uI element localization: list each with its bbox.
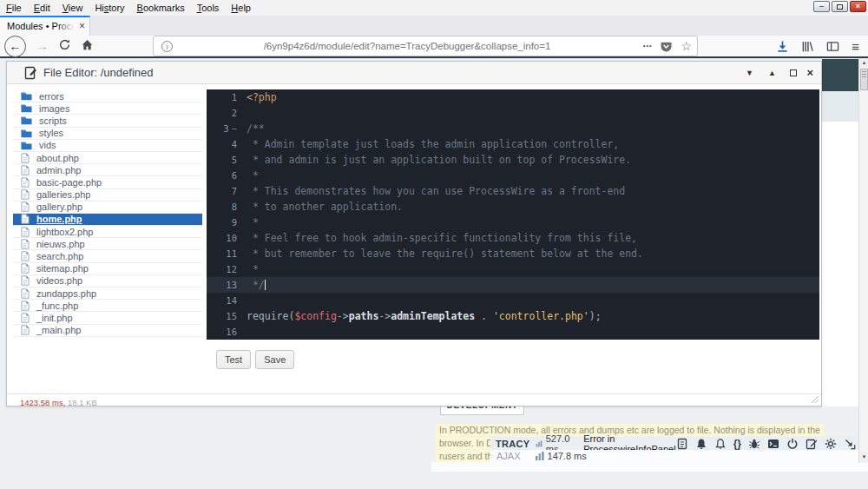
file-editor-header[interactable]: File Editor: /undefined ▼ ▲ ×: [7, 62, 821, 84]
editor-line-16[interactable]: 16: [207, 324, 819, 340]
menu-file[interactable]: File: [0, 0, 28, 16]
editor-line-1[interactable]: 1<?php: [207, 89, 819, 105]
tree-item-galleries.php[interactable]: galleries.php: [13, 189, 202, 202]
menu-bookmarks[interactable]: Bookmarks: [131, 0, 191, 16]
tree-item-vids[interactable]: vids: [13, 140, 202, 152]
collapse-corner-icon[interactable]: [844, 438, 856, 450]
url-bar[interactable]: i /6yn9p4z6d/module/edit?name=TracyDebug…: [153, 36, 698, 56]
tree-item-_main.php[interactable]: _main.php: [13, 325, 202, 337]
tree-item-about.php[interactable]: about.php: [13, 152, 202, 164]
page-actions-icon[interactable]: •••: [643, 42, 652, 50]
window-controls: – ×: [813, 1, 866, 12]
page-info-icon[interactable]: i: [161, 41, 173, 52]
file-icon: [21, 288, 30, 299]
tree-item-videos.php[interactable]: videos.php: [13, 275, 202, 287]
close-panel-icon[interactable]: ×: [806, 62, 813, 84]
tree-item-_func.php[interactable]: _func.php: [13, 300, 202, 312]
tree-item-search.php[interactable]: search.php: [13, 250, 202, 262]
tree-item-basic-page.php[interactable]: basic-page.php: [13, 176, 202, 188]
tree-item-label: styles: [39, 128, 63, 138]
tree-item-scripts[interactable]: scripts: [13, 115, 202, 127]
line-number: 12: [207, 261, 241, 277]
editor-line-11[interactable]: 11 * but remember to leave the require()…: [207, 246, 819, 261]
menu-edit[interactable]: Edit: [28, 0, 56, 16]
forward-button[interactable]: →: [36, 36, 49, 56]
code-text: *: [241, 215, 259, 230]
dumps-doc-icon[interactable]: [676, 438, 688, 450]
chevron-up-icon[interactable]: ▲: [768, 62, 776, 84]
pocket-icon[interactable]: [660, 40, 673, 53]
menu-tools[interactable]: Tools: [191, 0, 226, 16]
resize-grip[interactable]: [811, 395, 819, 404]
maximize-panel-icon[interactable]: [790, 69, 797, 76]
tree-item-label: _func.php: [36, 301, 78, 311]
maximize-button[interactable]: [832, 1, 848, 12]
tree-item-sitemap.php[interactable]: sitemap.php: [13, 263, 202, 275]
menu-history[interactable]: History: [89, 0, 130, 16]
tree-item-_init.php[interactable]: _init.php: [13, 312, 202, 324]
browser-scrollbar[interactable]: ▲ ▼: [858, 58, 868, 463]
menu-icon[interactable]: ≡: [852, 39, 859, 54]
tracy-ajax-bar: AJAX 147.8 ms: [490, 450, 868, 462]
ajax-time[interactable]: 147.8 ms: [548, 451, 587, 461]
code-text: * This demonstrates how you can use Proc…: [241, 183, 625, 199]
tab-close-icon[interactable]: ×: [79, 20, 85, 33]
library-icon[interactable]: [801, 40, 814, 53]
bell-outline-icon[interactable]: [714, 438, 727, 450]
tree-item-zundapps.php[interactable]: zundapps.php: [13, 287, 202, 300]
test-button[interactable]: Test: [216, 350, 251, 369]
settings-gear-icon[interactable]: [825, 438, 837, 450]
line-number: 6: [207, 168, 241, 183]
editor-line-4[interactable]: 4 * Admin template just loads the admin …: [207, 136, 819, 152]
tree-item-home.php[interactable]: home.php: [13, 214, 202, 226]
tree-item-label: vids: [39, 140, 56, 150]
url-text[interactable]: /6yn9p4z6d/module/edit?name=TracyDebugge…: [180, 41, 635, 51]
edit-file-icon[interactable]: [806, 438, 818, 450]
ajax-label[interactable]: AJAX: [496, 451, 521, 461]
chevron-down-icon[interactable]: ▼: [746, 62, 753, 84]
reload-button[interactable]: [58, 38, 71, 55]
scroll-up-icon[interactable]: ▲: [859, 58, 868, 68]
power-icon[interactable]: [786, 438, 799, 450]
editor-line-6[interactable]: 6 *: [207, 168, 819, 183]
bell-filled-icon[interactable]: [695, 438, 707, 450]
editor-line-9[interactable]: 9 *: [207, 215, 819, 230]
tree-item-admin.php[interactable]: admin.php: [13, 164, 202, 176]
tree-item-errors[interactable]: errors: [13, 90, 202, 102]
sidebar-icon[interactable]: [826, 40, 839, 53]
editor-line-14[interactable]: 14: [207, 293, 819, 308]
editor-line-3[interactable]: 3−/**: [207, 121, 819, 136]
line-number: 9: [207, 215, 241, 230]
close-button[interactable]: ×: [850, 1, 866, 12]
save-button[interactable]: Save: [255, 350, 294, 369]
console-terminal-icon[interactable]: [767, 438, 779, 450]
editor-line-15[interactable]: 15require($config->paths->adminTemplates…: [207, 308, 819, 324]
tab-modules[interactable]: Modules • ProcessW ×: [0, 16, 90, 36]
editor-line-8[interactable]: 8 * to another application.: [207, 199, 819, 215]
menu-view[interactable]: View: [56, 0, 89, 16]
menu-help[interactable]: Help: [225, 0, 257, 16]
download-icon[interactable]: [776, 40, 789, 53]
tree-item-lightbox2.php[interactable]: lightbox2.php: [13, 226, 202, 238]
tracy-logo[interactable]: TRACY: [496, 439, 529, 449]
minimize-button[interactable]: –: [813, 1, 830, 12]
scroll-down-icon[interactable]: ▼: [859, 453, 868, 462]
code-editor[interactable]: 1<?php23−/**4 * Admin template just load…: [207, 89, 819, 340]
home-button[interactable]: [81, 38, 94, 55]
scrollbar-thumb[interactable]: [860, 69, 868, 90]
tree-item-nieuws.php[interactable]: nieuws.php: [13, 238, 202, 250]
back-button[interactable]: ←: [4, 36, 26, 57]
bug-icon[interactable]: [748, 438, 760, 450]
tree-item-gallery.php[interactable]: gallery.php: [13, 202, 202, 214]
braces-icon[interactable]: {}: [733, 438, 741, 450]
tree-item-styles[interactable]: styles: [13, 128, 202, 140]
tracy-debug-bar: TRACY 527.0 ms Error in ProcesswireInfoP…: [490, 437, 868, 450]
editor-line-2[interactable]: 2: [207, 105, 819, 121]
tree-item-images[interactable]: images: [13, 102, 202, 115]
editor-line-7[interactable]: 7 * This demonstrates how you can use Pr…: [207, 183, 819, 199]
bookmark-star-icon[interactable]: ☆: [681, 39, 692, 53]
editor-line-13[interactable]: 13 */: [207, 277, 819, 293]
editor-line-10[interactable]: 10 * Feel free to hook admin-specific fu…: [207, 230, 819, 246]
editor-line-12[interactable]: 12 *: [207, 261, 819, 277]
editor-line-5[interactable]: 5 * and admin is just an application bui…: [207, 152, 819, 168]
